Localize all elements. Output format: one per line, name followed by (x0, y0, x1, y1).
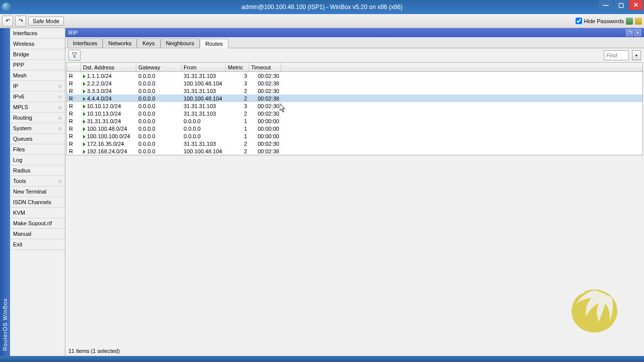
cell-flag: R (67, 80, 81, 86)
cell-from: 31.31.31.103 (182, 103, 226, 109)
mikrotik-logo (558, 270, 624, 336)
sidebar-item-label: Bridge (13, 51, 29, 57)
chevron-right-icon: ▷ (59, 179, 62, 184)
sidebar-item-isdn-channels[interactable]: ISDN Channels (10, 197, 65, 208)
cell-flag: R (67, 141, 81, 147)
sidebar-item-interfaces[interactable]: Interfaces (10, 28, 65, 39)
find-input[interactable]: Find (604, 50, 629, 60)
cell-metric: 3 (226, 80, 249, 86)
sidebar-item-routing[interactable]: Routing▷ (10, 113, 65, 123)
tab-keys[interactable]: Keys (137, 38, 160, 48)
cell-gateway: 0.0.0.0 (136, 80, 182, 86)
cell-dst: 100.100.48.0/24 (81, 126, 136, 132)
sidebar-item-label: PPP (13, 62, 24, 68)
sidebar-item-radius[interactable]: Radius (10, 165, 65, 176)
sidebar-item-ppp[interactable]: PPP (10, 60, 65, 70)
sidebar-item-label: Interfaces (13, 30, 37, 36)
sidebar-item-new-terminal[interactable]: New Terminal (10, 187, 65, 197)
table-row[interactable]: R192.168.24.0/240.0.0.0100.100.48.104200… (67, 147, 642, 155)
chevron-right-icon: ▷ (59, 126, 62, 131)
col-timeout[interactable]: Timeout (249, 63, 281, 71)
sidebar-item-ip[interactable]: IP▷ (10, 81, 65, 92)
table-row[interactable]: R4.4.4.0/240.0.0.0100.100.48.104200:02:3… (67, 95, 642, 102)
redo-button[interactable]: ↷ (15, 16, 26, 27)
safe-mode-button[interactable]: Safe Mode (28, 17, 64, 26)
status-text: 11 items (1 selected) (68, 347, 120, 355)
col-from[interactable]: From (182, 63, 226, 71)
sidebar-item-mpls[interactable]: MPLS▷ (10, 102, 65, 113)
sidebar-item-manual[interactable]: Manual (10, 229, 65, 239)
cell-timeout: 00:02:38 (249, 96, 281, 102)
sidebar-item-make-supout.rif[interactable]: Make Supout.rif (10, 218, 65, 229)
sidebar-item-exit[interactable]: Exit (10, 239, 65, 250)
col-flag[interactable] (67, 63, 81, 71)
cell-metric: 2 (226, 96, 249, 102)
table-row[interactable]: R1.1.1.0/240.0.0.031.31.31.103300:02:30 (67, 72, 642, 79)
cell-timeout: 00:02:30 (249, 141, 281, 147)
cell-dst: 31.31.31.0/24 (81, 118, 136, 124)
maximize-button[interactable]: ▢ (614, 0, 628, 10)
find-dropdown[interactable]: ▾ (632, 50, 641, 60)
sidebar-item-wireless[interactable]: Wireless (10, 39, 65, 49)
sidebar-item-kvm[interactable]: KVM (10, 208, 65, 218)
col-dst-address[interactable]: Dst. Address (81, 63, 136, 71)
cell-flag: R (67, 111, 81, 117)
undo-button[interactable]: ↶ (2, 16, 13, 27)
table-row[interactable]: R2.2.2.0/240.0.0.0100.100.48.104300:02:3… (67, 79, 642, 87)
table-row[interactable]: R172.16.35.0/240.0.0.031.31.31.103200:02… (67, 140, 642, 147)
cell-metric: 2 (226, 111, 249, 117)
table-row[interactable]: R3.3.3.0/240.0.0.031.31.31.103200:02:30 (67, 87, 642, 95)
cell-from: 31.31.31.103 (182, 111, 226, 117)
tab-interfaces[interactable]: Interfaces (67, 38, 103, 48)
cell-from: 100.100.48.104 (182, 80, 226, 86)
cell-dst: 3.3.3.0/24 (81, 88, 136, 94)
cell-metric: 2 (226, 148, 249, 154)
table-row[interactable]: R100.100.48.0/240.0.0.00.0.0.0100:00:00 (67, 125, 642, 132)
cell-gateway: 0.0.0.0 (136, 148, 182, 154)
chevron-right-icon: ▷ (59, 95, 62, 99)
hide-passwords-checkbox[interactable] (576, 18, 582, 24)
cell-dst: 10.10.12.0/24 (81, 103, 136, 109)
cell-from: 31.31.31.103 (182, 141, 226, 147)
tab-networks[interactable]: Networks (103, 38, 137, 48)
cell-from: 31.31.31.103 (182, 73, 226, 79)
panel-restore-button[interactable]: ❐ (626, 29, 633, 36)
sidebar-item-mesh[interactable]: Mesh (10, 70, 65, 81)
cell-flag: R (67, 88, 81, 94)
hide-passwords-toggle[interactable]: Hide Passwords (576, 18, 624, 24)
cell-gateway: 0.0.0.0 (136, 133, 182, 139)
sidebar-item-log[interactable]: Log (10, 155, 65, 165)
filter-button[interactable] (68, 50, 80, 61)
table-row[interactable]: R31.31.31.0/240.0.0.00.0.0.0100:00:00 (67, 117, 642, 125)
cell-from: 100.100.48.104 (182, 96, 226, 102)
cell-flag: R (67, 126, 81, 132)
sidebar-item-bridge[interactable]: Bridge (10, 49, 65, 60)
sidebar-item-label: ISDN Channels (13, 199, 51, 205)
sidebar-item-ipv6[interactable]: IPv6▷ (10, 92, 65, 102)
sidebar-item-label: New Terminal (13, 189, 46, 195)
panel-title: RIP (68, 30, 77, 36)
cell-dst: 2.2.2.0/24 (81, 80, 136, 86)
col-gateway[interactable]: Gateway (136, 63, 182, 71)
cell-timeout: 00:02:30 (249, 73, 281, 79)
col-metric[interactable]: Metric (226, 63, 249, 71)
content-panel: RIP ❐ ✕ InterfacesNetworksKeysNeighbours… (65, 28, 644, 356)
cell-metric: 3 (226, 73, 249, 79)
tab-routes[interactable]: Routes (200, 39, 228, 48)
table-row[interactable]: R10.10.13.0/240.0.0.031.31.31.103200:02:… (67, 110, 642, 117)
table-row[interactable]: R100.100.100.0/240.0.0.00.0.0.0100:00:00 (67, 132, 642, 140)
cell-gateway: 0.0.0.0 (136, 96, 182, 102)
cell-from: 0.0.0.0 (182, 118, 226, 124)
minimize-button[interactable]: — (599, 0, 613, 10)
panel-close-button[interactable]: ✕ (634, 29, 641, 36)
sidebar-item-system[interactable]: System▷ (10, 123, 65, 134)
sidebar-rail: RouterOS WinBox (0, 28, 10, 356)
close-button[interactable]: ✕ (629, 0, 643, 10)
sidebar-item-queues[interactable]: Queues (10, 134, 65, 144)
panel-title-bar: RIP ❐ ✕ (65, 28, 644, 37)
sidebar-item-files[interactable]: Files (10, 144, 65, 155)
sidebar-item-tools[interactable]: Tools▷ (10, 176, 65, 187)
table-row[interactable]: R10.10.12.0/240.0.0.031.31.31.103300:02:… (67, 102, 642, 110)
tab-neighbours[interactable]: Neighbours (160, 38, 200, 48)
sidebar-item-label: Tools (13, 178, 26, 184)
